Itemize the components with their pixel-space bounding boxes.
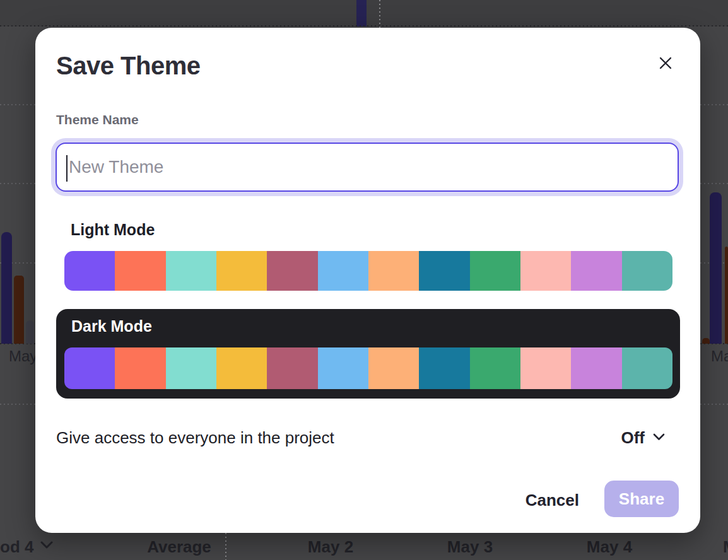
palette-swatch xyxy=(368,251,419,291)
palette-swatch xyxy=(419,347,469,389)
palette-swatch xyxy=(622,251,672,291)
access-value: Off xyxy=(621,428,645,448)
chevron-down-icon xyxy=(653,433,665,443)
palette-swatch xyxy=(470,347,520,389)
dark-mode-label: Dark Mode xyxy=(71,317,152,335)
save-theme-dialog: Save Theme Theme Name Light Mode Dark Mo… xyxy=(35,28,700,533)
cancel-button[interactable]: Cancel xyxy=(525,487,579,513)
palette-swatch xyxy=(166,347,216,389)
palette-swatch xyxy=(267,347,317,389)
access-label: Give access to everyone in the project xyxy=(56,428,334,448)
palette-swatch xyxy=(318,251,368,291)
dark-mode-preview-card: Dark Mode xyxy=(56,309,680,399)
palette-swatch xyxy=(520,251,571,291)
palette-swatch xyxy=(216,347,267,389)
palette-swatch xyxy=(216,251,267,291)
theme-name-field-wrapper xyxy=(56,143,679,192)
light-mode-label: Light Mode xyxy=(71,221,155,239)
theme-name-input[interactable] xyxy=(57,144,678,190)
palette-swatch xyxy=(318,347,368,389)
access-dropdown[interactable]: Off xyxy=(621,428,665,448)
palette-swatch xyxy=(419,251,469,291)
theme-name-label: Theme Name xyxy=(56,112,139,127)
palette-swatch xyxy=(115,347,165,389)
palette-swatch xyxy=(368,347,419,389)
palette-swatch xyxy=(622,347,672,389)
palette-swatch xyxy=(470,251,520,291)
palette-swatch xyxy=(166,251,216,291)
close-button[interactable] xyxy=(656,54,675,73)
light-mode-palette xyxy=(64,251,672,291)
palette-swatch xyxy=(115,251,165,291)
palette-swatch xyxy=(571,347,621,389)
palette-swatch xyxy=(520,347,571,389)
palette-swatch xyxy=(571,251,621,291)
dialog-title: Save Theme xyxy=(56,52,200,80)
close-icon xyxy=(658,55,673,73)
palette-swatch xyxy=(267,251,317,291)
share-button[interactable]: Share xyxy=(604,481,679,517)
palette-swatch xyxy=(64,251,115,291)
dark-mode-palette xyxy=(64,347,672,389)
palette-swatch xyxy=(64,347,115,389)
text-cursor xyxy=(66,155,68,182)
